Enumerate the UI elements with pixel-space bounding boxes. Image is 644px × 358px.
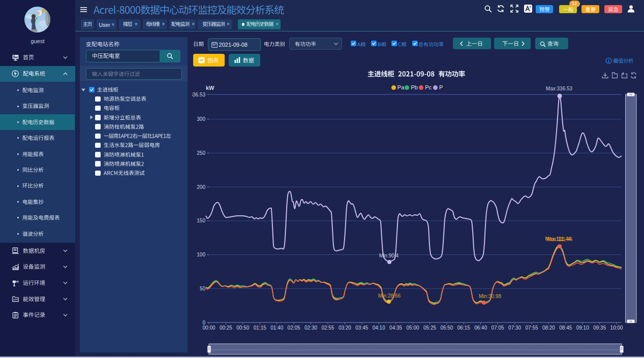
svg-text:01:15: 01:15 [254, 325, 266, 331]
svg-text:07:30: 07:30 [508, 325, 521, 331]
svg-text:07:05: 07:05 [492, 325, 504, 331]
svg-text:06:15: 06:15 [457, 325, 470, 331]
svg-text:300: 300 [197, 116, 205, 122]
svg-text:Min:30.98: Min:30.98 [479, 294, 501, 299]
svg-text:09:10: 09:10 [576, 325, 589, 331]
svg-text:05:00: 05:00 [406, 325, 419, 331]
svg-text:Min:28.66: Min:28.66 [378, 293, 401, 299]
svg-text:08:20: 08:20 [542, 325, 555, 331]
svg-text:150: 150 [197, 218, 205, 223]
svg-text:09:35: 09:35 [593, 325, 606, 331]
svg-text:10:00: 10:00 [610, 325, 623, 331]
svg-text:Max:111.44: Max:111.44 [547, 237, 573, 242]
svg-text:02:55: 02:55 [321, 325, 334, 331]
svg-text:01:40: 01:40 [270, 325, 283, 331]
svg-text:250: 250 [197, 150, 205, 156]
svg-text:Max:336.53: Max:336.53 [546, 86, 573, 91]
svg-text:02:30: 02:30 [304, 325, 317, 331]
svg-text:336.53: 336.53 [192, 92, 205, 97]
svg-text:04:35: 04:35 [389, 325, 402, 331]
svg-text:08:45: 08:45 [559, 325, 572, 331]
svg-text:02:05: 02:05 [288, 325, 300, 331]
svg-text:00:25: 00:25 [220, 325, 232, 331]
svg-text:07:55: 07:55 [525, 325, 538, 331]
svg-text:100: 100 [197, 252, 205, 257]
svg-text:05:25: 05:25 [423, 325, 436, 331]
svg-text:03:45: 03:45 [355, 325, 368, 331]
svg-text:04:10: 04:10 [373, 325, 385, 331]
svg-text:03:20: 03:20 [339, 325, 351, 331]
svg-text:00:50: 00:50 [236, 325, 249, 331]
svg-text:06:40: 06:40 [474, 325, 487, 331]
svg-text:200: 200 [197, 184, 205, 190]
svg-text:Min:90.4: Min:90.4 [379, 253, 399, 258]
svg-text:05:50: 05:50 [440, 325, 453, 331]
svg-text:00:00: 00:00 [202, 325, 215, 331]
svg-text:50: 50 [200, 286, 206, 291]
